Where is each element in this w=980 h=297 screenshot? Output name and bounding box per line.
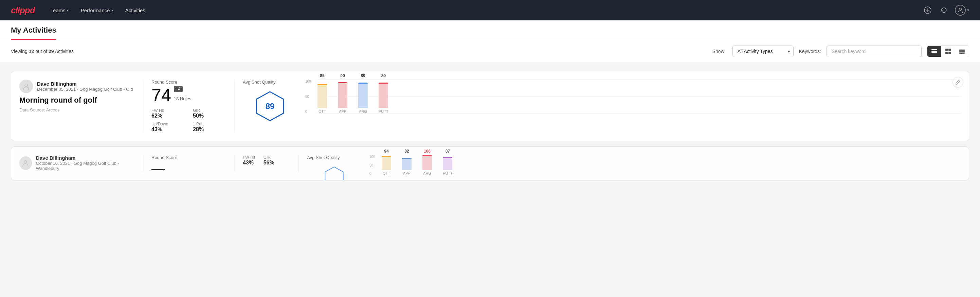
card-chart: 100 50 0 85 <box>305 80 961 120</box>
y-label-100: 100 <box>305 80 311 83</box>
card-stats: Round Score — <box>151 155 226 179</box>
round-score-label: Round Score <box>151 80 226 85</box>
card-info: Dave Billingham December 05, 2021 · Gog … <box>19 80 135 112</box>
chart-group-putt: 89 PUTT <box>379 80 388 113</box>
chart-bar-arg2 <box>422 155 432 170</box>
chart-group-ott: 85 OTT <box>318 80 327 113</box>
svg-marker-19 <box>325 167 343 180</box>
user-row: Dave Billingham December 05, 2021 · Gog … <box>19 80 135 93</box>
chart-group-arg: 89 ARG <box>358 80 368 113</box>
chart-value-ott2: 94 <box>382 149 391 153</box>
svg-rect-14 <box>959 53 965 53</box>
chart-label-arg2: ARG <box>423 171 431 176</box>
chart-label-putt2: PUTT <box>443 171 453 176</box>
svg-rect-9 <box>945 52 948 54</box>
main-nav: clippd Teams ▾ Performance ▾ Activities <box>0 0 980 21</box>
svg-rect-6 <box>931 52 937 53</box>
card-chart-partial: 100 50 0 94 OTT 82 <box>369 155 961 180</box>
chart-value-arg2: 106 <box>422 149 432 153</box>
y-label-50: 50 <box>305 95 311 99</box>
divider <box>143 155 143 172</box>
chart-label-putt: PUTT <box>379 109 388 113</box>
stat-gir: GIR 50% <box>193 108 226 119</box>
y-label-0: 0 <box>369 172 375 176</box>
page-header: My Activities <box>0 21 980 40</box>
stat-updown: Up/Down 43% <box>151 121 185 133</box>
view-mode-grid[interactable] <box>941 46 955 57</box>
nav-item-teams[interactable]: Teams ▾ <box>46 5 73 16</box>
round-score: 74 <box>151 86 171 104</box>
avatar <box>19 80 33 93</box>
view-mode-list-compact[interactable] <box>955 46 969 57</box>
activities-list: Dave Billingham December 05, 2021 · Gog … <box>0 63 980 188</box>
svg-rect-10 <box>948 52 951 54</box>
chart-value-putt2: 87 <box>443 149 452 153</box>
nav-item-performance[interactable]: Performance ▾ <box>76 5 118 16</box>
data-source: Data Source: Arccos <box>19 107 135 112</box>
divider <box>234 80 235 133</box>
chart-bar-putt2 <box>443 157 452 170</box>
user-name: Dave Billingham <box>37 81 133 87</box>
show-label: Show: <box>713 49 725 54</box>
chart-group-ott2: 94 OTT <box>382 155 391 176</box>
nav-right: ▾ <box>922 5 969 16</box>
keyword-search-input[interactable] <box>827 46 921 57</box>
quality-label: Avg Shot Quality <box>307 155 340 160</box>
nav-item-activities[interactable]: Activities <box>121 5 150 16</box>
chart-group-arg2: 106 ARG <box>422 155 432 176</box>
page-title: My Activities <box>11 26 56 40</box>
nav-links: Teams ▾ Performance ▾ Activities <box>46 5 912 16</box>
svg-point-16 <box>25 84 27 87</box>
score-row: — <box>151 161 226 175</box>
chart-value-app: 90 <box>338 73 347 78</box>
user-info: Dave Billingham October 16, 2021 · Gog M… <box>36 155 135 171</box>
quality-hexagon <box>324 166 344 180</box>
user-date: October 16, 2021 · Gog Magog Golf Club -… <box>36 161 135 171</box>
y-label-50: 50 <box>369 163 375 167</box>
chart-group-app: 90 APP <box>338 80 347 113</box>
chart-bar-ott <box>318 84 327 108</box>
avatar <box>955 5 966 16</box>
svg-rect-4 <box>931 49 937 50</box>
svg-rect-15 <box>959 53 965 54</box>
chart-group-putt2: 87 PUTT <box>443 155 453 176</box>
chart-bar-app2 <box>402 158 412 170</box>
card-quality: Avg Shot Quality <box>307 155 361 180</box>
user-info: Dave Billingham December 05, 2021 · Gog … <box>37 81 133 92</box>
y-label-100: 100 <box>369 155 375 159</box>
activity-card: Dave Billingham December 05, 2021 · Gog … <box>11 71 969 141</box>
svg-rect-8 <box>948 49 951 51</box>
logo: clippd <box>11 5 35 16</box>
chart-value-ott: 85 <box>318 73 327 78</box>
chart-label-ott: OTT <box>318 109 326 113</box>
view-mode-list-dense[interactable] <box>928 46 941 57</box>
stat-fw-hit: FW Hit 62% <box>151 108 185 119</box>
activity-type-select[interactable]: All Activity Types <box>732 46 794 57</box>
score-badge: +4 <box>174 86 183 92</box>
stat-grid: FW Hit 62% GIR 50% Up/Down 43% 1 Putt 28… <box>151 108 226 133</box>
keywords-label: Keywords: <box>799 49 821 54</box>
chart-label-app2: APP <box>403 171 410 176</box>
chart-bar-putt <box>379 83 388 108</box>
activity-name: Morning round of golf <box>19 96 135 105</box>
user-menu-button[interactable]: ▾ <box>955 5 969 16</box>
stat-gir: GIR 56% <box>264 155 274 166</box>
round-score-label: Round Score <box>151 155 226 160</box>
user-row: Dave Billingham October 16, 2021 · Gog M… <box>19 155 135 171</box>
card-info: Dave Billingham October 16, 2021 · Gog M… <box>19 155 135 174</box>
svg-point-18 <box>24 161 27 163</box>
partial-stats: FW Hit 43% GIR 56% <box>243 155 290 166</box>
chart-bar-arg <box>358 83 368 108</box>
user-date: December 05, 2021 · Gog Magog Golf Club … <box>37 87 133 92</box>
activity-card: Dave Billingham October 16, 2021 · Gog M… <box>11 147 969 180</box>
y-label-0: 0 <box>305 110 311 113</box>
divider <box>234 155 235 172</box>
svg-rect-11 <box>959 49 965 50</box>
add-icon[interactable] <box>922 5 933 16</box>
svg-point-3 <box>959 8 962 11</box>
refresh-icon[interactable] <box>939 5 950 16</box>
stat-fw-hit: FW Hit 43% <box>243 155 255 166</box>
chart-bar-ott2 <box>382 156 391 170</box>
score-row: 74 +4 18 Holes <box>151 86 226 104</box>
card-stats: Round Score 74 +4 18 Holes FW Hit 62% GI… <box>151 80 226 133</box>
